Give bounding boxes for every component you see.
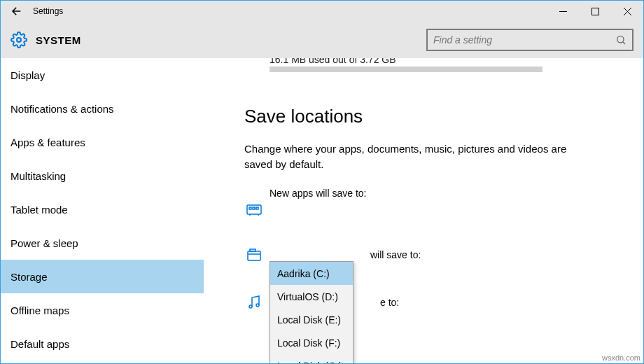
svg-point-16 [256,304,259,307]
svg-rect-14 [250,249,255,251]
sidebar-item-display[interactable]: Display [1,58,204,92]
music-icon [244,294,264,311]
minimize-icon [559,8,567,15]
sidebar-item-label: Notifications & actions [10,103,114,115]
titlebar: Settings [1,1,643,22]
svg-point-5 [617,36,624,43]
dropdown-option[interactable]: VirtualOS (D:) [270,285,353,308]
section-description: Change where your apps, documents, music… [244,141,594,172]
documents-icon [244,246,264,263]
sidebar-item-label: Display [10,69,45,81]
svg-rect-12 [256,207,258,209]
header-category: SYSTEM [36,34,81,46]
dropdown-option[interactable]: Aadrika (C:) [270,262,353,285]
svg-rect-11 [253,207,255,209]
svg-point-4 [17,38,21,42]
sidebar-item-power-sleep[interactable]: Power & sleep [1,226,204,260]
sidebar-item-label: Offline maps [10,304,69,316]
save-documents-partial: will save to: [370,249,421,260]
sidebar-item-multitasking[interactable]: Multitasking [1,159,204,192]
save-location-dropdown[interactable]: Aadrika (C:) VirtualOS (D:) Local Disk (… [270,261,354,363]
arrow-left-icon [10,5,23,18]
close-icon [624,8,631,15]
maximize-button[interactable] [579,1,611,22]
save-music-partial: e to: [380,297,399,308]
sidebar-item-storage[interactable]: Storage [1,260,204,293]
header: SYSTEM [1,22,643,58]
main-content: 16.1 MB used out of 3.72 GB Save locatio… [204,58,643,363]
sidebar-item-apps-features[interactable]: Apps & features [1,125,204,159]
section-title: Save locations [244,106,643,127]
dropdown-option[interactable]: Local Disk (G:) [270,354,353,363]
svg-rect-10 [249,207,251,209]
sidebar-item-label: Power & sleep [10,237,78,249]
minimize-button[interactable] [547,1,579,22]
svg-rect-13 [248,251,260,260]
gear-icon [9,30,29,50]
storage-usage-text: 16.1 MB used out of 3.72 GB [270,58,615,65]
dropdown-option[interactable]: Local Disk (F:) [270,331,353,354]
search-icon [615,34,626,46]
sidebar-item-label: Tablet mode [10,204,68,216]
back-button[interactable] [5,1,29,22]
sidebar-item-label: Default apps [10,338,69,350]
sidebar-item-tablet-mode[interactable]: Tablet mode [1,192,204,226]
sidebar-item-label: Storage [10,271,48,283]
sidebar-item-offline-maps[interactable]: Offline maps [1,293,204,327]
window-title: Settings [29,6,63,16]
sidebar-item-notifications[interactable]: Notifications & actions [1,92,204,125]
sidebar-item-label: Multitasking [10,170,66,182]
sidebar-item-label: Apps & features [10,136,85,148]
maximize-icon [592,8,599,15]
search-box[interactable] [426,29,634,51]
sidebar-item-default-apps[interactable]: Default apps [1,327,204,360]
svg-point-15 [249,305,252,308]
watermark: wsxdn.com [602,354,640,362]
svg-line-6 [623,42,625,44]
storage-usage-bar [270,66,542,72]
search-input[interactable] [433,34,615,46]
save-apps-label: New apps will save to: [270,188,643,199]
close-button[interactable] [611,1,643,22]
dropdown-option[interactable]: Local Disk (E:) [270,308,353,331]
sidebar: Display Notifications & actions Apps & f… [1,58,204,363]
svg-rect-1 [592,8,598,15]
apps-icon [244,202,264,218]
